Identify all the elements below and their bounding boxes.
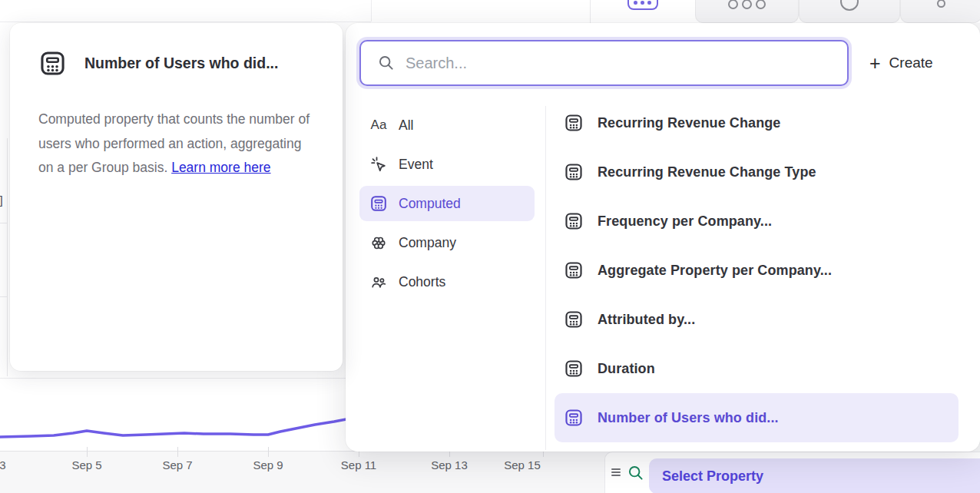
company-cluster-icon (369, 233, 389, 252)
category-list: Aa All Event Computed Company Cohorts (359, 108, 535, 299)
search-input[interactable] (404, 54, 847, 73)
calculator-icon (564, 309, 584, 329)
history-arc-icon (840, 0, 859, 11)
calculator-icon (564, 359, 584, 379)
category-label: All (399, 117, 413, 134)
category-item-cohorts[interactable]: Cohorts (359, 264, 535, 299)
background-row-divider (0, 296, 7, 297)
calculator-icon (564, 162, 584, 182)
tooltip-description: Computed property that counts the number… (38, 108, 316, 180)
x-axis-label: Sep 3 (0, 458, 6, 471)
property-row-selected[interactable]: Number of Users who did... (555, 393, 958, 442)
property-label: Duration (598, 361, 655, 377)
x-axis-label: Sep 9 (253, 458, 283, 471)
category-item-computed[interactable]: Computed (359, 186, 535, 221)
calculator-icon (564, 260, 584, 280)
divider-top (0, 22, 371, 22)
property-tooltip-card: Number of Users who did... Computed prop… (10, 23, 343, 371)
create-button-label: Create (889, 55, 933, 71)
category-label: Company (399, 235, 456, 251)
aa-text-icon: Aa (369, 117, 389, 133)
property-label: Attributed by... (598, 312, 695, 328)
learn-more-link[interactable]: Learn more here (171, 160, 270, 175)
property-label: Number of Users who did... (598, 410, 779, 426)
x-axis-label: Sep 5 (71, 458, 101, 471)
category-label: Computed (399, 196, 461, 212)
x-axis-label: Sep 11 (341, 458, 376, 471)
create-button[interactable]: + Create (869, 51, 933, 75)
x-axis-tick (87, 447, 88, 457)
x-axis-label: Sep 13 (431, 458, 468, 471)
calculator-icon (627, 0, 658, 10)
search-icon (378, 55, 395, 71)
x-axis-tick (268, 447, 269, 457)
property-row[interactable]: Attributed by... (555, 295, 958, 344)
calculator-icon (564, 113, 584, 133)
tab-computed[interactable] (590, 0, 695, 23)
tab-fourth[interactable] (900, 0, 980, 23)
background-text-fragment: y] (0, 194, 3, 207)
category-item-event[interactable]: Event (359, 147, 535, 182)
property-picker-panel: + Create Aa All Event Computed Company (346, 23, 980, 452)
calculator-icon (564, 211, 584, 231)
divider-top-vertical (371, 0, 372, 22)
calculator-icon (564, 408, 584, 428)
category-item-company[interactable]: Company (359, 225, 535, 260)
cursor-click-icon (369, 155, 389, 174)
property-label: Aggregate Property per Company... (598, 263, 832, 279)
x-axis-label: Sep 7 (162, 458, 192, 471)
property-search-icon (627, 465, 644, 481)
calculator-icon (369, 194, 389, 213)
category-item-all[interactable]: Aa All (359, 108, 535, 143)
query-builder-panel: Select Property (604, 452, 980, 493)
x-axis-label: Sep 15 (504, 458, 541, 471)
property-label: Recurring Revenue Change (598, 115, 780, 131)
screen: Sep 3 Sep 5 Sep 7 Sep 9 Sep 11 Sep 13 Se… (0, 0, 980, 493)
small-circle-icon (937, 0, 945, 8)
dots-icon (728, 0, 766, 9)
background-row-divider (0, 223, 7, 223)
property-row[interactable]: Duration (555, 344, 958, 393)
cohorts-people-icon (369, 273, 389, 291)
drag-handle-icon[interactable] (611, 468, 621, 476)
property-list: Recurring Revenue Change Recurring Reven… (555, 98, 958, 442)
property-row[interactable]: Recurring Revenue Change (555, 98, 958, 147)
property-label: Frequency per Company... (598, 213, 772, 230)
calculator-icon (38, 49, 67, 78)
select-property-button[interactable]: Select Property (649, 458, 980, 493)
property-row[interactable]: Aggregate Property per Company... (555, 246, 958, 295)
search-box (359, 40, 849, 86)
property-row[interactable]: Frequency per Company... (555, 197, 958, 246)
metric-type-tabstrip (553, 0, 980, 23)
plus-icon: + (869, 54, 881, 73)
background-panel-edge (7, 138, 8, 376)
tab-second[interactable] (695, 0, 799, 23)
category-label: Event (399, 157, 433, 173)
property-row[interactable]: Recurring Revenue Change Type (555, 147, 958, 197)
x-axis-tick (177, 447, 178, 457)
tab-third[interactable] (799, 0, 900, 23)
property-label: Recurring Revenue Change Type (598, 164, 816, 180)
picker-divider (545, 106, 546, 450)
tooltip-title: Number of Users who did... (84, 55, 278, 72)
category-label: Cohorts (399, 274, 445, 290)
